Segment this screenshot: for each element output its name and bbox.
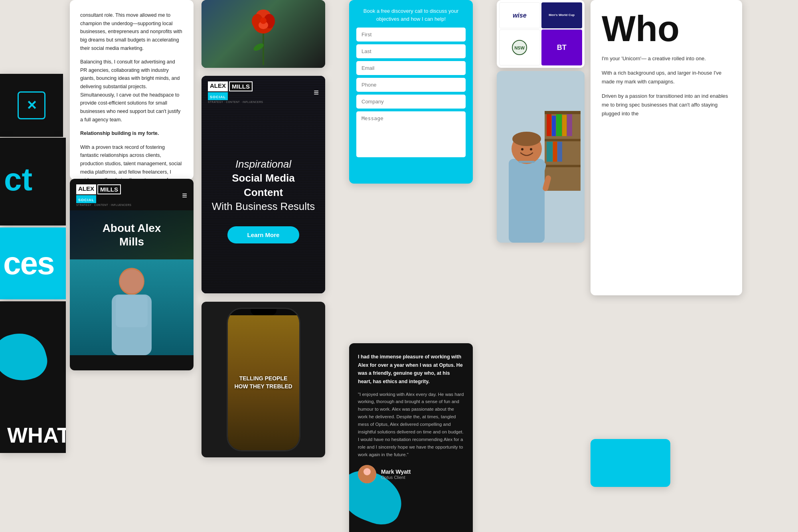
wise-logo-text: wise: [513, 12, 527, 19]
hero-hamburger-icon[interactable]: ≡: [314, 87, 319, 98]
contact-phone[interactable]: [356, 78, 466, 92]
brand-logo: ALEX MILLS SOCIAL STRATEGY · CONTENT · I…: [76, 184, 131, 206]
logo-cricket: Men's World Cup: [541, 2, 583, 28]
hamburger-menu-icon[interactable]: ≡: [182, 190, 187, 201]
card-logos-grid: wise Men's World Cup NSW BT: [497, 0, 585, 68]
learn-more-button[interactable]: Learn More: [227, 226, 300, 243]
mobile-nav-header: ALEX MILLS SOCIAL STRATEGY · CONTENT · I…: [70, 179, 194, 210]
card-ct-fragment: ct: [0, 138, 66, 225]
svg-rect-29: [557, 142, 562, 162]
who-paragraph-1: I'm your 'Unicorn'— a creative rolled in…: [602, 54, 731, 63]
logo-nsw: NSW: [499, 30, 540, 65]
svg-rect-3: [116, 295, 148, 327]
hero-content-area: Inspirational Social Media Content With …: [201, 107, 325, 293]
svg-rect-21: [545, 165, 581, 167]
svg-point-33: [521, 148, 523, 150]
about-paragraph-2: Balancing this, I consult for advertisin…: [80, 58, 183, 124]
x-icon: ✕: [26, 98, 37, 113]
testimonial-main-text: I had the immense pleasure of working wi…: [358, 353, 464, 386]
about-relationship-heading: Relationship building is my forte.: [80, 129, 183, 138]
card-who: Who I'm your 'Unicorn'— a creative rolle…: [591, 0, 742, 295]
logo-tagline: STRATEGY · CONTENT · INFLUENCERS: [76, 204, 131, 206]
svg-rect-28: [553, 142, 557, 162]
testimonial-author: Mark Wyatt Optus Client: [358, 465, 464, 483]
card-testimonial: I had the immense pleasure of working wi…: [349, 343, 473, 532]
card-about-mobile: ALEX MILLS SOCIAL STRATEGY · CONTENT · I…: [70, 179, 194, 370]
hero-logo-social: SOCIAL: [208, 92, 228, 100]
contact-first-name[interactable]: [356, 28, 466, 42]
svg-point-11: [260, 18, 267, 24]
card-rose-photo: [201, 0, 325, 68]
phone-overlay-text: TELLING PEOPLE HOW THEY TREBLED: [234, 375, 292, 390]
svg-point-32: [512, 132, 541, 146]
person-figure: [100, 263, 164, 355]
blue-splat-decoration: [0, 327, 51, 387]
logo-top-line: ALEX MILLS: [76, 184, 121, 194]
hero-headline-part1: Inspirational: [235, 158, 291, 170]
card-phone-mockup: TELLING PEOPLE HOW THEY TREBLED: [201, 302, 325, 457]
svg-rect-19: [545, 111, 581, 114]
who-paragraph-2: With a rich background ups, and larger i…: [602, 69, 731, 86]
who-title: Who: [602, 12, 731, 46]
svg-rect-25: [562, 115, 567, 136]
svg-rect-24: [556, 114, 562, 136]
svg-rect-20: [545, 139, 581, 141]
about-mobile-title: About Alex Mills: [78, 222, 186, 248]
phone-screen-content: TELLING PEOPLE HOW THEY TREBLED: [228, 315, 299, 450]
hero-headline-bold: Social Media Content: [232, 172, 295, 198]
logo-wise: wise: [499, 2, 540, 28]
nsw-logo-svg: NSW: [509, 39, 531, 57]
bt-logo-text: BT: [557, 44, 567, 52]
card-about-text: consultant role. This move allowed me to…: [70, 0, 194, 180]
testimonial-bold-intro: I had the immense pleasure of working wi…: [358, 354, 463, 384]
page-container: ✕ ct ces WHAT consultant role. This move…: [0, 0, 798, 532]
hero-background: ALEX MILLS SOCIAL STRATEGY · CONTENT · I…: [201, 76, 325, 293]
about-paragraph-3: With a proven track record of fostering …: [80, 143, 183, 180]
card-contact-form: Book a free discovery call to discuss yo…: [349, 0, 473, 184]
hero-social-label: SOCIAL: [210, 95, 226, 99]
about-paragraph-1: consultant role. This move allowed me to…: [80, 11, 183, 52]
about-title-section: About Alex Mills: [70, 210, 194, 259]
author-avatar: [358, 465, 376, 483]
logo-bt: BT: [541, 30, 583, 65]
cricket-logo-text: Men's World Cup: [549, 13, 575, 17]
svg-point-13: [363, 468, 371, 475]
author-title: Optus Client: [381, 475, 411, 480]
card-what-fragment: WHAT: [0, 301, 66, 453]
hero-logo-alex: ALEX: [208, 81, 228, 91]
card-ces-fragment: ces: [0, 227, 66, 299]
about-photo-area: [70, 259, 194, 355]
card-person-shelf: [497, 71, 585, 243]
phone-device: TELLING PEOPLE HOW THEY TREBLED: [227, 308, 300, 451]
contact-email[interactable]: [356, 61, 466, 75]
author-avatar-svg: [358, 465, 376, 483]
x-icon-box: ✕: [18, 91, 45, 119]
hero-brand-logo: ALEX MILLS SOCIAL STRATEGY · CONTENT · I…: [208, 81, 263, 103]
card-social-hero: ALEX MILLS SOCIAL STRATEGY · CONTENT · I…: [201, 76, 325, 293]
svg-rect-35: [519, 161, 535, 163]
testimonial-quote: "I enjoyed working with Alex every day. …: [358, 391, 464, 459]
phone-notch: [251, 309, 277, 315]
hero-nav: ALEX MILLS SOCIAL STRATEGY · CONTENT · I…: [201, 76, 325, 107]
logo-mills: MILLS: [97, 184, 121, 194]
svg-rect-27: [547, 142, 553, 162]
hero-headline: Inspirational Social Media Content With …: [211, 157, 316, 213]
logo-social-label: SOCIAL: [78, 198, 94, 202]
hero-logo-top: ALEX MILLS: [208, 81, 253, 91]
contact-company[interactable]: [356, 95, 466, 109]
rose-svg: [243, 3, 283, 65]
hero-tagline: STRATEGY · CONTENT · INFLUENCERS: [208, 101, 263, 103]
rose-photo-bg: [201, 0, 325, 68]
svg-point-1: [120, 269, 144, 293]
contact-message[interactable]: [356, 111, 466, 157]
svg-point-34: [530, 148, 532, 150]
svg-rect-22: [547, 114, 551, 136]
svg-text:NSW: NSW: [514, 45, 525, 50]
contact-last-name[interactable]: [356, 44, 466, 58]
svg-rect-23: [552, 116, 556, 136]
author-info: Mark Wyatt Optus Client: [381, 469, 411, 480]
logo-social-row: SOCIAL: [76, 195, 96, 203]
hero-logo-mills: MILLS: [229, 81, 253, 91]
phone-text-line2: HOW THEY TREBLED: [234, 383, 292, 391]
svg-rect-26: [567, 114, 572, 136]
